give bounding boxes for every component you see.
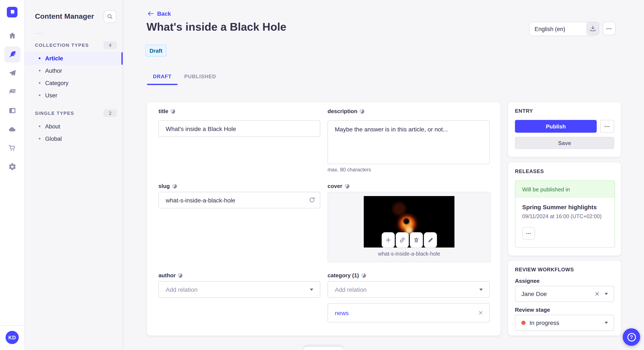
strapi-logo[interactable] [7,7,18,17]
release-name: Spring Summer highlights [522,204,614,210]
description-textarea[interactable]: Maybe the answer is in this article, or … [328,120,490,164]
category-placeholder: Add relation [335,286,366,293]
version-tabs: DRAFT PUBLISHED [147,68,222,85]
chevron-down-icon [604,292,609,296]
home-icon[interactable] [4,28,20,44]
locale-select[interactable]: English (en) [529,22,596,36]
cover-toolbar [382,232,437,248]
layout-icon[interactable] [4,103,20,119]
review-stage-label: Review stage [515,307,550,313]
chevron-down-icon [309,288,314,291]
bullet-icon [39,138,40,140]
globe-icon [360,109,364,114]
rail-footer: KD [0,325,24,350]
tab-published[interactable]: PUBLISHED [178,68,222,85]
review-stage-combobox[interactable]: In progress [515,315,614,331]
globe-icon [178,273,183,278]
save-button[interactable]: Save [515,137,614,149]
status-badge: Draft [145,45,167,57]
author-relation-combobox[interactable]: Add relation [158,281,320,298]
section-collection-types: COLLECTION TYPES 4 [25,41,123,49]
slug-field-label: slug [158,183,177,189]
single-types-list: About Global [25,120,123,145]
entry-more-button[interactable]: ··· [600,120,614,133]
sidebar-item-label: About [45,123,60,130]
sidebar-item-label: Global [45,136,62,142]
publish-button[interactable]: Publish [515,120,597,133]
section-count-badge: 2 [104,109,117,117]
globe-icon [361,273,366,278]
sidebar-item-global[interactable]: Global [25,133,123,145]
copy-link-button[interactable] [396,232,409,248]
arrow-left-icon [147,10,154,17]
trash-icon [413,237,420,243]
refresh-icon [308,196,315,203]
sidebar-item-about[interactable]: About [25,120,123,133]
feather-icon[interactable] [4,46,20,62]
sidebar-item-user[interactable]: User [25,89,123,102]
chevron-down-icon [479,288,484,291]
globe-icon [172,183,177,189]
release-card: Will be published in Spring Summer highl… [515,180,615,247]
main-content: Back What's inside a Black Hole English … [123,0,644,350]
main-nav-rail: KD [0,0,25,350]
bullet-icon [39,70,40,72]
sidebar-item-label: Category [45,80,68,86]
collection-types-list: Article Author Category User [25,52,123,102]
sidebar-item-category[interactable]: Category [25,77,123,89]
question-mark-icon: ? [627,333,636,341]
assignee-combobox[interactable]: Jane Doe [515,286,614,302]
avatar[interactable]: KD [6,331,19,344]
paper-plane-icon[interactable] [4,65,20,81]
globe-icon [170,109,176,114]
release-status-banner: Will be published in [515,181,614,198]
category-relation-item: news [328,303,490,322]
link-icon [399,237,406,243]
slug-input[interactable] [158,192,320,208]
plus-icon [385,237,392,243]
entry-panel-title: ENTRY [515,108,533,114]
review-workflows-panel: REVIEW WORKFLOWS Assignee Jane Doe Revie… [508,261,621,336]
clear-assignee-button[interactable] [594,291,600,296]
delete-media-button[interactable] [410,232,423,248]
description-field-label: description [328,108,364,114]
entry-panel: ENTRY Publish ··· Save [508,102,621,157]
releases-panel-title: RELEASES [515,169,544,174]
relation-news-link[interactable]: news [335,309,348,316]
section-single-types: SINGLE TYPES 2 [25,109,123,117]
cover-field: what-s-inside-a-black-hole [328,192,491,262]
search-button[interactable] [104,10,116,23]
category-relation-combobox[interactable]: Add relation [328,281,490,298]
edit-media-button[interactable] [424,232,437,248]
sidebar-item-author[interactable]: Author [25,65,123,77]
category-field-label: category (1) [328,272,366,279]
release-more-button[interactable]: ··· [522,227,535,240]
content-manager-sidebar: Content Manager COLLECTION TYPES 4 Artic… [25,0,123,350]
cloud-icon[interactable] [4,121,20,137]
pencil-icon [427,237,434,243]
release-date: 09/11/2024 at 16:00 (UTC+02:00) [522,213,614,219]
help-button[interactable]: ? [623,328,640,346]
author-field-label: author [158,272,183,279]
title-field-label: title [158,108,176,114]
regenerate-slug-button[interactable] [308,196,316,204]
remove-relation-button[interactable] [478,310,484,316]
tab-draft[interactable]: DRAFT [147,68,178,85]
more-options-button[interactable]: ··· [603,22,616,35]
title-input[interactable] [158,120,320,137]
sidebar-title: Content Manager [35,12,94,21]
field-label-text: cover [328,183,342,189]
search-icon [106,13,113,20]
cart-icon[interactable] [4,140,20,156]
x-icon [594,291,600,296]
rail-nav [4,28,20,175]
pictures-icon[interactable] [4,84,20,100]
globe-icon [344,183,350,189]
back-label: Back [157,10,171,17]
sidebar-item-article[interactable]: Article [25,52,123,65]
back-link[interactable]: Back [147,10,171,17]
download-button[interactable] [586,22,599,35]
add-media-button[interactable] [382,232,395,248]
gear-icon[interactable] [4,159,20,175]
field-label-text: description [328,108,357,114]
